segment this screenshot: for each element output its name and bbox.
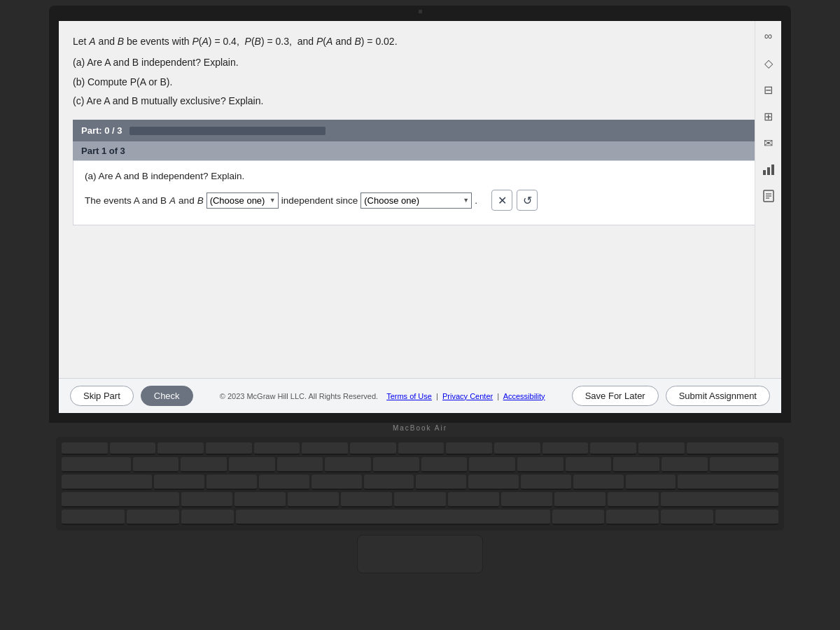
key[interactable] [501, 492, 552, 507]
part-subheader: Part 1 of 3 [73, 141, 767, 160]
bottom-right-buttons: Save For Later Submit Assignment [572, 386, 770, 406]
key[interactable] [448, 492, 499, 507]
clear-button[interactable]: ✕ [491, 190, 512, 211]
key[interactable] [325, 457, 371, 472]
part1-question-label: (a) Are A and B independent? Explain. [85, 171, 755, 181]
main-content: Let A and B be events with P(A) = 0.4, P… [59, 21, 781, 413]
macbook-label: MacBook Air [393, 424, 447, 432]
key[interactable] [517, 457, 564, 472]
key[interactable] [554, 492, 606, 507]
key[interactable] [62, 442, 108, 455]
key[interactable] [364, 475, 414, 490]
key[interactable] [229, 457, 275, 472]
key[interactable] [62, 492, 179, 507]
key[interactable] [133, 457, 179, 472]
envelope-icon[interactable]: ✉ [760, 134, 777, 151]
progress-bar-container [130, 127, 326, 135]
infinity-icon[interactable]: ∞ [760, 28, 777, 45]
question-part-b: (b) Compute P(A or B). [73, 74, 767, 91]
key[interactable] [638, 442, 685, 455]
chart-icon[interactable] [760, 161, 777, 178]
key[interactable] [206, 475, 257, 490]
key[interactable] [715, 510, 778, 525]
part-header: Part: 0 / 3 [73, 120, 767, 141]
key[interactable] [158, 442, 204, 455]
key[interactable] [62, 475, 152, 490]
question-part-a: (a) Are A and B independent? Explain. [73, 55, 767, 71]
action-buttons: ✕ ↺ [491, 190, 538, 211]
key[interactable] [606, 510, 659, 525]
key[interactable] [154, 475, 204, 490]
key[interactable] [288, 492, 339, 507]
key[interactable] [398, 442, 444, 455]
key[interactable] [181, 492, 232, 507]
key[interactable] [552, 510, 605, 525]
key[interactable] [468, 475, 519, 490]
key[interactable] [181, 510, 234, 525]
submit-assignment-button[interactable]: Submit Assignment [666, 386, 770, 406]
svg-rect-0 [763, 170, 766, 175]
key[interactable] [127, 510, 179, 525]
key[interactable] [373, 457, 419, 472]
back-icon[interactable]: ◇ [760, 55, 777, 71]
key[interactable] [662, 457, 708, 472]
note-icon[interactable] [760, 188, 777, 204]
var-a: A [169, 195, 176, 206]
key[interactable] [566, 457, 612, 472]
var-b: B [197, 195, 204, 206]
key[interactable] [446, 442, 492, 455]
sentence-start: The events A and B [85, 195, 167, 206]
key[interactable] [590, 442, 636, 455]
skip-part-button[interactable]: Skip Part [70, 386, 134, 406]
inline-question: The events A and B A and B (Choose one) … [85, 190, 755, 211]
key[interactable] [110, 442, 156, 455]
key[interactable] [277, 457, 323, 472]
independence-select[interactable]: (Choose one) are are not [206, 192, 279, 209]
svg-rect-2 [771, 164, 774, 175]
key[interactable] [661, 510, 713, 525]
svg-rect-1 [767, 167, 770, 175]
bookmark-icon[interactable]: ⊟ [760, 81, 777, 98]
key[interactable] [469, 457, 515, 472]
key[interactable] [206, 442, 252, 455]
key[interactable] [62, 457, 131, 472]
terms-link[interactable]: Terms of Use [386, 392, 432, 400]
key[interactable] [613, 457, 659, 472]
grid-icon[interactable]: ⊞ [760, 108, 777, 125]
key[interactable] [234, 492, 286, 507]
key[interactable] [710, 457, 779, 472]
key[interactable] [181, 457, 227, 472]
key[interactable] [394, 492, 445, 507]
question-box: (a) Are A and B independent? Explain. Th… [73, 160, 767, 225]
key[interactable] [254, 442, 300, 455]
key[interactable] [542, 442, 589, 455]
privacy-link[interactable]: Privacy Center [442, 392, 493, 400]
key[interactable] [608, 492, 659, 507]
key[interactable] [421, 457, 468, 472]
spacebar-key[interactable] [236, 510, 550, 525]
undo-button[interactable]: ↺ [517, 190, 538, 211]
key[interactable] [687, 442, 778, 455]
key[interactable] [341, 492, 392, 507]
key[interactable] [573, 475, 624, 490]
check-button[interactable]: Check [141, 386, 193, 406]
key[interactable] [416, 475, 466, 490]
sentence-middle: independent since [281, 195, 358, 206]
key[interactable] [661, 492, 778, 507]
reason-select[interactable]: (Choose one) P(A and B) = P(A)·P(B) P(A … [360, 192, 472, 209]
accessibility-link[interactable]: Accessibility [503, 392, 545, 400]
save-for-later-button[interactable]: Save For Later [572, 386, 659, 406]
key[interactable] [350, 442, 396, 455]
camera-dot [419, 10, 422, 13]
choose-one-dropdown-1[interactable]: (Choose one) are are not [206, 192, 279, 209]
key[interactable] [62, 510, 125, 525]
trackpad[interactable] [357, 535, 483, 573]
key[interactable] [521, 475, 571, 490]
key[interactable] [626, 475, 676, 490]
key[interactable] [494, 442, 540, 455]
key[interactable] [678, 475, 778, 490]
key[interactable] [312, 475, 362, 490]
key[interactable] [302, 442, 348, 455]
choose-one-dropdown-2[interactable]: (Choose one) P(A and B) = P(A)·P(B) P(A … [360, 192, 472, 209]
key[interactable] [259, 475, 309, 490]
